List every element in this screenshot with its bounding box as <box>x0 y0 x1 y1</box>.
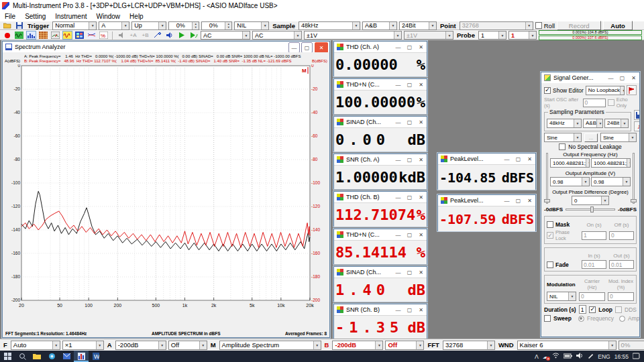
minimize-icon[interactable]: — <box>392 304 404 315</box>
trigger-mode-select[interactable]: Normal▼ <box>52 21 97 30</box>
language-indicator[interactable]: ENG <box>598 353 610 360</box>
spectrum-window-titlebar[interactable]: Spectrum Analyzer — ▢ ✕ <box>3 42 329 52</box>
battery-icon[interactable] <box>564 353 572 360</box>
minimize-icon[interactable]: — <box>392 79 404 90</box>
search-icon[interactable] <box>15 351 30 362</box>
coupling-a-select[interactable]: AC▼ <box>201 31 250 40</box>
close-icon[interactable]: ✕ <box>415 79 427 90</box>
mask-checkbox[interactable] <box>547 221 553 228</box>
close-icon[interactable]: ✕ <box>415 154 427 165</box>
pen-icon[interactable] <box>588 353 594 360</box>
amplitude-slider-b[interactable] <box>631 153 637 204</box>
trigger-level-stepper[interactable]: 0%▲▼ <box>168 21 199 30</box>
close-icon[interactable]: ✕ <box>415 229 427 240</box>
taskbar-app-explorer[interactable] <box>30 351 44 362</box>
minimize-icon[interactable]: — <box>392 229 404 240</box>
close-icon[interactable]: ✕ <box>415 192 427 202</box>
menu-help[interactable]: Help <box>125 13 148 20</box>
frequency-a-select[interactable]: 1000.488281;▼ <box>550 158 590 168</box>
coupling-b-select[interactable]: AC▼ <box>252 31 302 40</box>
taskbar-app-multi-instrument[interactable] <box>74 351 89 362</box>
amplitude-b-select[interactable]: 0.98▼ <box>591 177 631 186</box>
sound-device-icon[interactable] <box>116 31 126 40</box>
trigger-edge-select[interactable]: Up▼ <box>131 21 166 30</box>
tray-chevron-icon[interactable]: ᐱ <box>535 353 539 360</box>
fade-checkbox[interactable] <box>547 261 553 268</box>
spectrum-3d-plot-icon[interactable] <box>38 31 48 40</box>
taskbar-app-doc[interactable]: W <box>89 351 103 362</box>
no-spectral-leakage-checkbox[interactable] <box>559 143 566 150</box>
auto-button[interactable]: Auto <box>603 21 633 30</box>
volume-icon[interactable] <box>576 353 584 360</box>
wifi-icon[interactable] <box>552 353 559 360</box>
maximize-icon[interactable]: ▢ <box>404 154 415 165</box>
close-icon[interactable]: ✕ <box>524 154 535 164</box>
maximize-icon[interactable]: ▢ <box>616 72 628 83</box>
trigger-delay-stepper[interactable]: 0%▲▼ <box>201 21 232 30</box>
waveform-a-select[interactable]: Sine▼ <box>544 133 582 142</box>
notification-icon[interactable] <box>633 353 640 361</box>
maximize-icon[interactable]: ▢ <box>404 117 415 127</box>
meter-titlebar[interactable]: THD+N (C...—▢✕ <box>334 79 427 90</box>
a-range-select[interactable]: -200dB▼ <box>115 341 166 350</box>
open-file-icon[interactable] <box>2 21 12 30</box>
onedrive-icon[interactable]: ☁✕ <box>543 353 549 360</box>
roll-checkbox[interactable] <box>535 22 542 29</box>
sample-rate-select[interactable]: 48kHz▼ <box>299 21 360 30</box>
device-test-plan-icon[interactable]: % <box>99 31 109 40</box>
multimeter-icon[interactable] <box>50 31 60 40</box>
oscilloscope-icon[interactable] <box>14 31 24 40</box>
minimize-icon[interactable]: — <box>288 42 300 52</box>
probe-a-select[interactable]: 1▼ <box>478 31 506 40</box>
duration-input[interactable]: 1 <box>579 305 587 314</box>
maximize-icon[interactable]: ▢ <box>513 154 524 164</box>
phase-select[interactable]: 0▼ <box>572 196 609 205</box>
sg-rate-select[interactable]: 48kHz▼ <box>547 119 582 128</box>
amplitude-slider-a[interactable] <box>544 153 550 204</box>
menu-setting[interactable]: Setting <box>20 13 50 20</box>
menu-window[interactable]: Window <box>92 13 125 20</box>
balance-slider[interactable] <box>566 206 615 213</box>
maximize-icon[interactable]: ▢ <box>404 229 415 240</box>
frequency-b-select[interactable]: 1000.488281;▼ <box>591 158 631 168</box>
meter-titlebar[interactable]: THD+N (C...—▢✕ <box>334 229 427 240</box>
probe-b-select[interactable]: 1▼ <box>508 31 537 40</box>
minimize-icon[interactable]: — <box>501 195 513 206</box>
minimize-icon[interactable]: — <box>392 192 404 202</box>
meter-titlebar[interactable]: SINAD (Ch...—▢✕ <box>334 267 427 278</box>
a-shift-select[interactable]: Off▼ <box>168 341 207 350</box>
maximize-icon[interactable]: ▢ <box>404 267 415 278</box>
amplitude-a-select[interactable]: 0.98▼ <box>550 177 590 186</box>
close-icon[interactable]: ✕ <box>415 42 427 52</box>
sg-channels-select[interactable]: A&B▼ <box>583 119 603 128</box>
close-icon[interactable]: ✕ <box>315 42 328 52</box>
calibration-icon[interactable] <box>152 31 162 40</box>
window-function-select[interactable]: Kaiser 6▼ <box>517 341 616 350</box>
meter-titlebar[interactable]: THD (Ch. A)—▢✕ <box>334 42 427 52</box>
music-note-icon[interactable]: ♪ <box>634 121 639 131</box>
spectrum-plot[interactable]: 20501002005001k2k5k10k20k00-20-20-40-40-… <box>4 64 329 326</box>
meter-titlebar[interactable]: THD (Ch. B)—▢✕ <box>334 192 427 202</box>
sg-bits-select[interactable]: 24Bit▼ <box>604 119 629 128</box>
maximize-icon[interactable]: ▢ <box>404 304 415 315</box>
minimize-icon[interactable]: — <box>392 267 404 278</box>
sample-bits-select[interactable]: 24Bit▼ <box>399 21 437 30</box>
fft-size-select[interactable]: 32768▼ <box>443 341 495 350</box>
maximize-icon[interactable]: ▢ <box>404 42 415 52</box>
mode-select[interactable]: Amplitude Spectrum▼ <box>219 341 321 350</box>
data-logger-icon[interactable] <box>74 31 85 40</box>
run-loop-icon[interactable] <box>189 31 199 40</box>
maximize-icon[interactable]: ▢ <box>404 79 415 90</box>
meter-titlebar[interactable]: PeakLevel...—▢✕ <box>438 154 535 164</box>
clock[interactable]: 16:55 <box>614 353 629 360</box>
zoom-select[interactable]: ×1▼ <box>62 341 104 350</box>
minimize-icon[interactable]: — <box>392 117 404 127</box>
menu-instrument[interactable]: Instrument <box>50 13 91 20</box>
modulation-select[interactable]: NIL▼ <box>547 292 576 301</box>
trigger-source-select[interactable]: A▼ <box>99 21 129 30</box>
close-icon[interactable]: ✕ <box>628 72 639 83</box>
minimize-icon[interactable]: — <box>605 72 616 83</box>
signal-generator-titlebar[interactable]: Signal Gener... — ▢ ✕ <box>541 72 639 83</box>
close-icon[interactable]: ✕ <box>415 117 427 127</box>
taskbar-app-mail[interactable] <box>59 351 74 362</box>
